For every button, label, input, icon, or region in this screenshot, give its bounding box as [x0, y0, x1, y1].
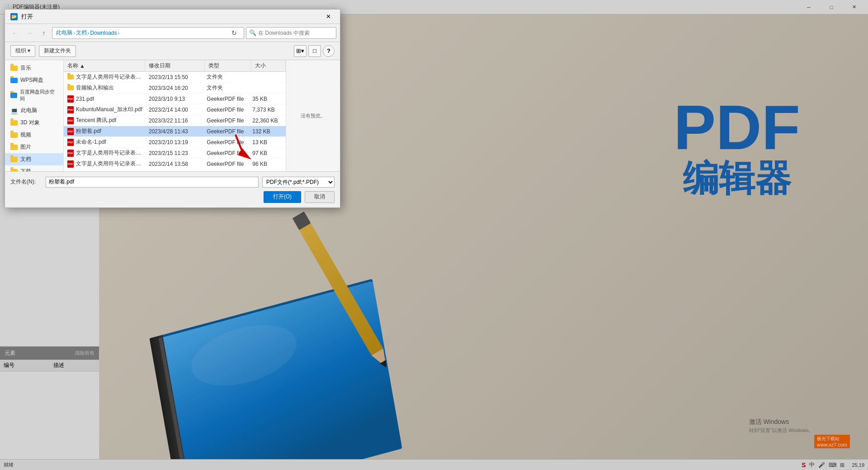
music-folder-icon	[10, 66, 18, 71]
organize-btn[interactable]: 组织 ▾	[10, 45, 35, 57]
file-type-cell: GeekerPDF file	[205, 149, 250, 157]
dialog-icon: 📂	[10, 13, 18, 20]
file-name-cell: PDF 文字是人类用符号记录表达信息以传之又...	[66, 148, 147, 158]
view-dropdown-btn[interactable]: ⊞▾	[294, 45, 307, 57]
file-size-cell	[250, 87, 284, 89]
file-size-cell: 22,360 KB	[250, 117, 284, 125]
folder-icon	[67, 75, 74, 80]
file-date-cell: 2023/2/14 13:58	[147, 160, 205, 168]
baidu-folder-icon	[10, 93, 17, 98]
file-row-6[interactable]: PDF 未命名-1.pdf 2023/2/10 13:19 GeekerPDF …	[64, 137, 286, 148]
file-list: 文字是人类用符号记录表达信息以传之又... 2023/2/13 15:50 文件…	[64, 72, 286, 171]
nav-video[interactable]: 视频	[5, 129, 63, 141]
search-box: 🔍	[246, 27, 336, 39]
nav-computer[interactable]: 💻 此电脑	[5, 104, 63, 117]
address-bar[interactable]: 此电脑 › 文档 › Downloads › ↻	[52, 27, 244, 39]
breadcrumb-pc[interactable]: 此电脑	[56, 29, 72, 37]
breadcrumb-docs[interactable]: 文档	[76, 29, 87, 37]
file-list-header: 名称 ▲ 修改日期 类型 大小	[64, 60, 286, 72]
nav-wps[interactable]: WPS网盘	[5, 74, 63, 86]
nav-downloads[interactable]: 下载	[5, 165, 63, 171]
preview-text: 没有预览。	[301, 113, 326, 119]
file-type-cell: GeekerPDF file	[205, 138, 250, 146]
file-type-cell: GeekerPDF file	[205, 127, 250, 136]
help-btn[interactable]: ?	[323, 45, 335, 57]
nav-music[interactable]: 音乐	[5, 62, 63, 74]
dialog-close-btn[interactable]: ✕	[322, 10, 335, 23]
file-size-cell: 96 KB	[250, 160, 284, 168]
nav-pictures[interactable]: 图片	[5, 141, 63, 153]
file-row-4[interactable]: PDF Tencent 腾讯.pdf 2023/3/22 11:16 Geeke…	[64, 115, 286, 126]
file-row-2[interactable]: PDF 231.pdf 2023/3/10 9:13 GeekerPDF fil…	[64, 94, 286, 104]
back-btn[interactable]: ←	[9, 27, 21, 39]
pdf-icon: PDF	[67, 128, 74, 135]
file-date-cell: 2023/2/13 15:50	[147, 73, 205, 81]
breadcrumb: 此电脑 › 文档 › Downloads ›	[56, 29, 226, 37]
dialog-toolbar: ← → ↑ 此电脑 › 文档 › Downloads › ↻ 🔍	[5, 24, 340, 42]
filetype-select[interactable]: PDF文件(*.pdf;*.PDF)	[262, 177, 335, 188]
file-name-cell: 音频输入和输出	[66, 83, 147, 93]
nav-3d[interactable]: 3D 对象	[5, 117, 63, 129]
wps-folder-icon	[10, 78, 18, 83]
file-date-cell: 2023/2/14 14:00	[147, 106, 205, 114]
dialog-nav: 音乐 WPS网盘 百度网盘同步空间 💻 此电脑 3D 对象	[5, 60, 64, 171]
file-date-cell: 2023/4/28 11:43	[147, 127, 205, 136]
file-size-cell	[250, 76, 284, 78]
file-date-cell: 2023/2/15 11:23	[147, 149, 205, 157]
refresh-btn[interactable]: ↻	[228, 27, 240, 39]
forward-btn[interactable]: →	[23, 27, 36, 39]
pdf-icon: PDF	[67, 150, 74, 157]
dialog-confirm-row: 打开(O) 取消	[10, 191, 335, 203]
col-size-header[interactable]: 大小	[251, 60, 286, 71]
pdf-icon: PDF	[67, 117, 74, 124]
col-name-header[interactable]: 名称 ▲	[64, 60, 145, 71]
nav-baidu[interactable]: 百度网盘同步空间	[5, 86, 63, 104]
file-type-cell: GeekerPDF file	[205, 160, 250, 168]
search-input[interactable]	[258, 30, 333, 36]
view-square-btn[interactable]: □	[308, 45, 321, 57]
open-btn[interactable]: 打开(O)	[264, 191, 301, 203]
search-icon: 🔍	[249, 29, 256, 36]
view-buttons: ⊞▾ □ ?	[294, 45, 335, 57]
file-size-cell: 13 KB	[250, 138, 284, 146]
col-date-header[interactable]: 修改日期	[145, 60, 205, 71]
pictures-folder-icon	[10, 145, 18, 150]
dialog-titlebar: 📂 打开 ✕	[5, 9, 340, 24]
dialog-bottom: 文件名(N): PDF文件(*.pdf;*.PDF) 打开(O) 取消	[5, 171, 340, 207]
folder-icon	[67, 85, 74, 90]
col-type-header[interactable]: 类型	[205, 60, 252, 71]
pdf-icon: PDF	[67, 106, 74, 113]
filename-input[interactable]	[46, 177, 259, 188]
docs-folder-icon	[10, 157, 18, 162]
file-date-cell: 2023/3/24 16:20	[147, 84, 205, 92]
up-btn[interactable]: ↑	[38, 27, 50, 39]
file-name-cell: PDF 文字是人类用符号记录表达信息以传之又...	[66, 159, 147, 169]
file-name-cell: PDF 未命名-1.pdf	[66, 137, 147, 147]
file-row-8[interactable]: PDF 文字是人类用符号记录表达信息以传之又... 2023/2/14 13:5…	[64, 159, 286, 169]
dialog-title: 打开	[21, 13, 33, 21]
file-name-cell: PDF Tencent 腾讯.pdf	[66, 116, 147, 125]
file-row-7[interactable]: PDF 文字是人类用符号记录表达信息以传之又... 2023/2/15 11:2…	[64, 148, 286, 159]
file-date-cell: 2023/2/10 13:19	[147, 138, 205, 146]
file-size-cell: 132 KB	[250, 127, 284, 136]
file-date-cell: 2023/3/10 9:13	[147, 95, 205, 103]
file-row-0[interactable]: 文字是人类用符号记录表达信息以传之又... 2023/2/13 15:50 文件…	[64, 72, 286, 83]
pdf-icon: PDF	[67, 139, 74, 146]
file-list-area: 名称 ▲ 修改日期 类型 大小 文字是人	[64, 60, 286, 171]
dialog-actions: 组织 ▾ 新建文件夹 ⊞▾ □ ?	[5, 42, 340, 60]
filename-label: 文件名(N):	[10, 178, 42, 186]
file-type-cell: 文件夹	[205, 83, 250, 93]
nav-docs[interactable]: 文档	[5, 153, 63, 165]
file-row-3[interactable]: PDF KubuntuManual_加水印.pdf 2023/2/14 14:0…	[64, 104, 286, 115]
cancel-btn[interactable]: 取消	[305, 191, 335, 203]
file-type-cell: GeekerPDF file	[205, 106, 250, 114]
new-folder-btn[interactable]: 新建文件夹	[39, 45, 76, 57]
breadcrumb-downloads[interactable]: Downloads	[90, 30, 117, 36]
file-size-cell: 7,373 KB	[250, 106, 284, 114]
file-row-1[interactable]: 音频输入和输出 2023/3/24 16:20 文件夹	[64, 83, 286, 94]
file-open-dialog: 📂 打开 ✕ ← → ↑ 此电脑 › 文档 › Downloads › ↻	[5, 9, 340, 208]
file-type-cell: GeekerPDF file	[205, 95, 250, 103]
pdf-icon: PDF	[67, 95, 74, 103]
file-row-5[interactable]: PDF 粉塑着.pdf 2023/4/28 11:43 GeekerPDF fi…	[64, 126, 286, 137]
sort-arrow: ▲	[80, 63, 85, 69]
